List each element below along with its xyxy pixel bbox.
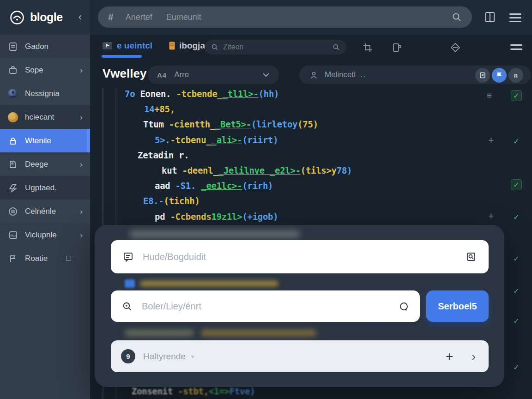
sidebar-item-label: hciecant (25, 113, 54, 122)
global-search-input[interactable]: # Anertef Eumeunit (98, 6, 472, 28)
plus-icon[interactable]: + (488, 211, 494, 221)
badge-icon: 9 (121, 349, 135, 363)
sidebar-item-ugptaed[interactable]: Ugptaed. (0, 176, 90, 200)
plus-icon[interactable]: + (446, 350, 453, 363)
badge-icon (7, 159, 18, 170)
bag-icon (7, 65, 18, 76)
menu-small-icon[interactable] (510, 44, 523, 50)
chevron-right-icon: › (80, 159, 83, 169)
code-line: E8.-(tichh) (122, 196, 352, 211)
blurred-code-strip (201, 330, 316, 336)
query-input[interactable] (141, 301, 399, 312)
sidebar-item-nessignia[interactable]: Nessignia (0, 82, 90, 105)
global-search-placeholder-2: Eumeunit (166, 12, 201, 22)
diamond-icon[interactable] (450, 42, 461, 53)
check-icon[interactable]: ✓ (511, 136, 522, 147)
avatar-button-n[interactable]: n (508, 68, 523, 83)
sidebar-item-deege[interactable]: Deege › (0, 152, 90, 176)
sidebar-item-wtenile[interactable]: Wtenile (0, 129, 90, 152)
page-title: Vwelley (103, 66, 146, 81)
search-icon[interactable] (332, 43, 340, 51)
search-button[interactable]: Serboel5 (426, 290, 489, 322)
sidebar-item-label: Celnénle (25, 207, 56, 216)
code-line: Zetadin r. (122, 150, 352, 165)
lines-icon[interactable]: ≡ (487, 91, 492, 101)
export-panel-icon[interactable] (391, 42, 402, 53)
app-title: blogle (30, 11, 63, 24)
person-icon (309, 71, 318, 79)
modal-input-row-2 (111, 290, 420, 322)
tab-active[interactable]: e ueintcl (103, 41, 152, 51)
blurred-code-strip (125, 330, 194, 336)
sidebar-item-label: Ugptaed. (25, 183, 57, 193)
search-icon (211, 43, 218, 51)
chevron-right-icon[interactable]: › (472, 351, 476, 363)
blurred-code-line: Zonsenit -stbt,<1=>Ftve) (132, 386, 255, 399)
coin-avatar (7, 112, 18, 123)
split-panel-icon[interactable] (483, 10, 497, 24)
code-line: 14+85, (122, 104, 352, 119)
code-line: 5>.-tcbenu__ali>-(riirt) (122, 135, 352, 150)
editor-search-input[interactable]: Ziteon (205, 40, 346, 54)
menu-icon[interactable] (508, 12, 523, 24)
sidebar-item-label: Nessignia (25, 89, 60, 98)
code-line: aad -S1. _ee1lc>-(rirh) (122, 181, 352, 196)
filter-dropdown[interactable]: A4 Arre (148, 66, 279, 84)
app-window: blogle ‹ # Anertef Eumeunit (0, 0, 532, 399)
document-icon (123, 252, 133, 262)
image-icon (7, 230, 18, 241)
modal-footer-bar[interactable]: 9 Haltyrende ▾ + › (111, 340, 489, 372)
sidebar-item-label: Sope (25, 66, 43, 75)
editor-search-placeholder: Ziteon (223, 43, 243, 51)
check-icon[interactable]: ✓ (511, 179, 522, 190)
plus-icon[interactable]: + (488, 135, 494, 145)
code-lines: 7o Eonen. -tcbende__tl1l>-(hh)14+85,Ttum… (122, 89, 352, 227)
sidebar-item-gadon[interactable]: Gadon (0, 35, 90, 58)
assignee-label: Melincetl (325, 70, 356, 79)
caret-down-icon: ▾ (191, 353, 194, 360)
small-square-icon (66, 256, 71, 261)
tab-label: e ueintcl (117, 41, 152, 51)
search-modal: Serboel5 9 Haltyrende ▾ + › (95, 225, 504, 387)
avatar-button-doc[interactable] (475, 68, 490, 83)
check-icon[interactable]: ✓ (511, 285, 522, 296)
sidebar-item-hciecant[interactable]: hciecant › (0, 105, 90, 129)
check-icon[interactable]: ✓ (511, 90, 522, 101)
chevron-right-icon: › (80, 112, 83, 122)
check-icon[interactable]: ✓ (511, 315, 522, 326)
code-line: kut -deenl__Jelilnve _e2l>-(tils>y78) (122, 165, 352, 181)
sidebar-item-label: Viclupnle (25, 230, 57, 240)
global-search-placeholder-1: Anertef (126, 12, 152, 22)
sidebar-item-sope[interactable]: Sope › (0, 58, 90, 82)
avatar-button-flag[interactable] (492, 68, 507, 83)
path-input[interactable] (142, 251, 466, 263)
check-icon[interactable]: ✓ (511, 212, 522, 223)
lock-icon (7, 135, 18, 146)
active-tab-underline (102, 55, 142, 58)
check-icon[interactable]: ✓ (511, 253, 522, 264)
code-line: 7o Eonen. -tcbende__tl1l>-(hh) (122, 89, 352, 104)
avatar (7, 88, 18, 99)
blurred-code-strip (125, 279, 135, 288)
footer-label: Haltyrende (143, 351, 186, 362)
sidebar-item-label: Wtenile (25, 136, 51, 145)
sidebar: Gadon Sope › Nessignia (0, 35, 90, 399)
sidebar-item-viclupnle[interactable]: Viclupnle › (0, 223, 90, 247)
loop-icon[interactable] (399, 302, 409, 311)
chevron-right-icon: › (80, 65, 83, 75)
blurred-code-strip (140, 280, 278, 287)
search-box-icon[interactable] (466, 252, 477, 262)
crop-icon[interactable] (362, 42, 373, 53)
chevron-right-icon: › (80, 206, 83, 217)
chevron-down-icon (262, 73, 270, 77)
sidebar-item-label: Deege (25, 160, 48, 169)
sidebar-item-roatie[interactable]: Roatie (0, 247, 90, 270)
sidebar-collapse-icon[interactable]: ‹ (79, 11, 82, 23)
check-icon[interactable]: ✓ (511, 362, 522, 373)
sidebar-item-label: Roatie (25, 254, 48, 263)
assignee-dots: .. (360, 70, 366, 79)
search-icon (122, 301, 133, 312)
search-icon[interactable] (452, 12, 462, 22)
sidebar-item-label: Gadon (25, 42, 48, 51)
sidebar-item-celnenle[interactable]: Celnénle › (0, 200, 90, 223)
